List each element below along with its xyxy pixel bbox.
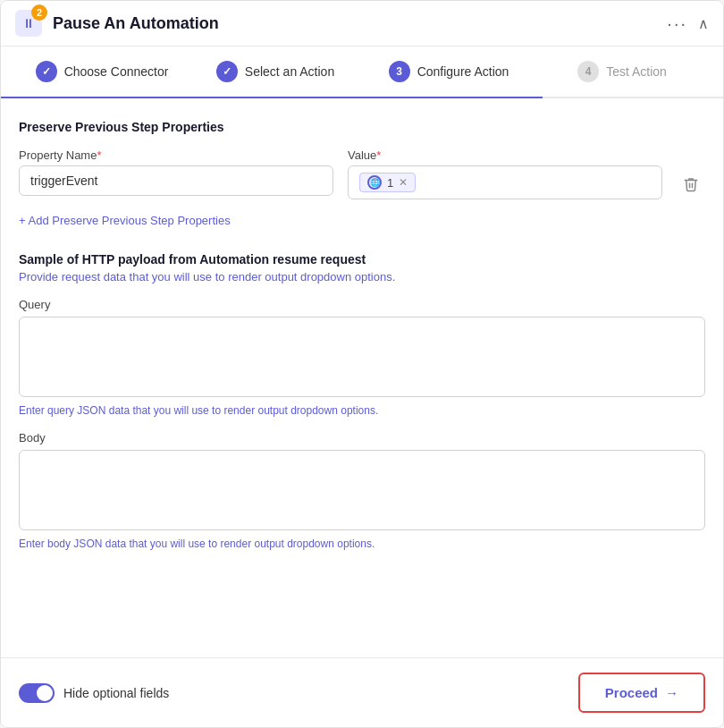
query-group: Query Enter query JSON data that you wil… bbox=[19, 298, 705, 417]
required-asterisk: * bbox=[97, 148, 101, 162]
query-textarea[interactable] bbox=[19, 317, 705, 397]
collapse-button[interactable]: ∧ bbox=[698, 15, 709, 32]
query-hint: Enter query JSON data that you will use … bbox=[19, 404, 705, 417]
step-configure-action[interactable]: 3 Configure Action bbox=[362, 47, 535, 97]
footer: Hide optional fields Proceed → bbox=[1, 657, 723, 727]
logo-badge-container: ⏸ 2 bbox=[15, 10, 42, 37]
step-navigation: ✓ Choose Connector ✓ Select an Action 3 … bbox=[1, 47, 723, 98]
property-name-label: Property Name* bbox=[19, 148, 333, 162]
step-4-icon: 4 bbox=[577, 61, 599, 82]
header: ⏸ 2 Pause An Automation ··· ∧ bbox=[1, 1, 723, 47]
body-hint: Enter body JSON data that you will use t… bbox=[19, 538, 705, 550]
value-tag: 🌐 1 ✕ bbox=[359, 173, 416, 192]
payload-description: Provide request data that you will use t… bbox=[19, 270, 705, 284]
step-2-icon: ✓ bbox=[216, 61, 238, 82]
proceed-arrow: → bbox=[665, 685, 678, 700]
body-label: Body bbox=[19, 431, 705, 444]
page-title: Pause An Automation bbox=[53, 14, 667, 33]
header-actions: ··· ∧ bbox=[667, 13, 709, 34]
hide-optional-toggle[interactable] bbox=[19, 683, 55, 703]
main-content: Preserve Previous Step Properties Proper… bbox=[1, 98, 723, 657]
value-group: Value* 🌐 1 ✕ bbox=[348, 148, 662, 199]
property-name-input[interactable] bbox=[19, 165, 333, 196]
step-test-action[interactable]: 4 Test Action bbox=[535, 47, 709, 97]
globe-icon: 🌐 bbox=[367, 175, 382, 190]
step-3-icon: 3 bbox=[389, 61, 410, 82]
app-window: ⏸ 2 Pause An Automation ··· ∧ ✓ Choose C… bbox=[0, 0, 724, 728]
add-preserve-button[interactable]: + Add Preserve Previous Step Properties bbox=[19, 210, 231, 231]
step-4-label: Test Action bbox=[606, 64, 667, 79]
step-1-label: Choose Connector bbox=[64, 64, 169, 79]
notification-badge: 2 bbox=[31, 4, 47, 21]
value-required-asterisk: * bbox=[376, 148, 381, 162]
value-tag-text: 1 bbox=[387, 176, 393, 190]
more-options-button[interactable]: ··· bbox=[667, 13, 687, 34]
body-group: Body Enter body JSON data that you will … bbox=[19, 431, 705, 550]
tag-close-button[interactable]: ✕ bbox=[399, 176, 408, 189]
step-1-icon: ✓ bbox=[36, 61, 57, 82]
step-choose-connector[interactable]: ✓ Choose Connector bbox=[15, 47, 189, 97]
toggle-label: Hide optional fields bbox=[63, 686, 169, 700]
property-name-group: Property Name* bbox=[19, 148, 333, 196]
delete-row-button[interactable] bbox=[677, 170, 705, 199]
body-textarea[interactable] bbox=[19, 450, 705, 530]
step-2-label: Select an Action bbox=[245, 64, 334, 79]
proceed-label: Proceed bbox=[605, 685, 658, 700]
value-input[interactable]: 🌐 1 ✕ bbox=[348, 165, 662, 199]
toggle-row: Hide optional fields bbox=[19, 683, 169, 703]
value-label: Value* bbox=[348, 148, 662, 162]
payload-title: Sample of HTTP payload from Automation r… bbox=[19, 252, 705, 267]
query-label: Query bbox=[19, 298, 705, 311]
step-3-label: Configure Action bbox=[417, 64, 509, 79]
step-select-action[interactable]: ✓ Select an Action bbox=[189, 47, 362, 97]
property-row: Property Name* Value* 🌐 1 ✕ bbox=[19, 148, 705, 199]
proceed-button[interactable]: Proceed → bbox=[578, 673, 705, 713]
preserve-section-title: Preserve Previous Step Properties bbox=[19, 120, 705, 134]
